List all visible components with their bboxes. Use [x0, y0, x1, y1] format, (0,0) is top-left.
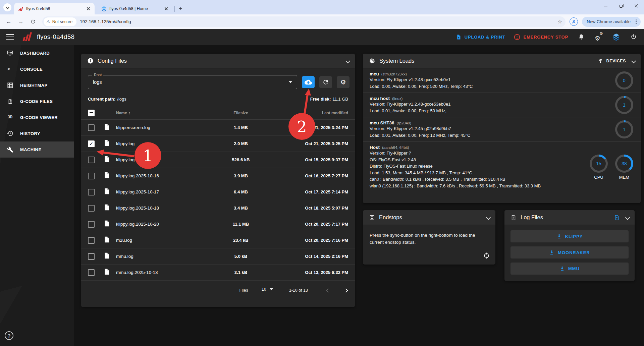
browser-tab-inactive[interactable]: flyos-0a4d58 | Home: [97, 3, 172, 14]
file-icon: [104, 172, 111, 180]
load-line: Distro: FlyOS-Fast Linux release: [370, 163, 590, 170]
per-page-select[interactable]: 10: [260, 287, 274, 294]
browser-tab-active[interactable]: flyos-0a4d58: [14, 3, 95, 14]
refresh-button[interactable]: [319, 76, 332, 88]
select-all-checkbox[interactable]: [88, 110, 95, 116]
row-checkbox[interactable]: [88, 189, 95, 195]
tab-search-button[interactable]: [3, 3, 11, 11]
table-row[interactable]: klippy.log.2025-10-17 6.4 MB Oct 17, 202…: [81, 184, 355, 200]
row-checkbox[interactable]: [88, 253, 95, 260]
tab-close-icon[interactable]: [86, 6, 91, 11]
address-bar[interactable]: ⚠ Not secure 192.168.1.125/m/#/config ☆: [42, 16, 566, 27]
free-disk: Free disk:11.1 GB: [310, 97, 348, 102]
sync-button[interactable]: [483, 252, 490, 261]
column-last-modified[interactable]: Last modified: [274, 111, 348, 115]
maximize-button[interactable]: [613, 0, 629, 12]
sidebar-item-gcode-viewer[interactable]: 3D G-CODE VIEWER: [0, 109, 74, 125]
current-path-value: /logs: [117, 97, 126, 102]
power-icon[interactable]: [629, 33, 638, 41]
help-icon[interactable]: ?: [5, 331, 13, 340]
row-checkbox[interactable]: [88, 173, 95, 179]
file-icon: [104, 124, 111, 131]
file-size: 23.4 kB: [207, 238, 274, 243]
log-file-icon: [511, 215, 517, 221]
forward-icon[interactable]: →: [15, 16, 26, 27]
file-size: 6.4 MB: [207, 189, 274, 194]
rollover-logs-icon[interactable]: [614, 215, 620, 221]
load-name: mcu host: [370, 96, 390, 101]
minimize-button[interactable]: [598, 0, 613, 12]
column-filesize[interactable]: Filesize: [207, 111, 274, 115]
table-row[interactable]: mmu.log.2025-10-13 3.1 kB Oct 13, 2025 6…: [81, 265, 355, 281]
sidebar-item-history[interactable]: HISTORY: [0, 125, 74, 141]
sidebar-item-label: MACHINE: [20, 147, 41, 152]
upload-print-button[interactable]: UPLOAD & PRINT: [456, 34, 505, 40]
endstops-header[interactable]: Endstops: [363, 210, 495, 225]
sidebar-item-machine[interactable]: MACHINE: [0, 141, 74, 158]
column-name[interactable]: Name↑: [116, 111, 207, 115]
chrome-update-chip[interactable]: New Chrome available: [582, 17, 641, 27]
panel-title: Log Files: [521, 214, 543, 221]
fluidd-layers-icon[interactable]: [612, 33, 621, 41]
emergency-stop-button[interactable]: EMERGENCY STOP: [514, 34, 568, 40]
log-download-button[interactable]: MMU: [511, 263, 629, 275]
new-tab-button[interactable]: +: [177, 5, 184, 12]
log-download-button[interactable]: MOONRAKER: [511, 246, 629, 258]
panel-title: Endstops: [379, 214, 402, 221]
config-files-header[interactable]: Config Files: [81, 54, 355, 68]
sidebar-item-heightmap[interactable]: HEIGHTMAP: [0, 77, 74, 93]
file-size: 11.1 MB: [207, 222, 274, 227]
file-icon: [104, 252, 111, 260]
file-icon: [104, 140, 111, 148]
row-checkbox[interactable]: [88, 205, 95, 212]
emergency-icon: [514, 34, 520, 40]
chevron-down-icon[interactable]: [486, 215, 491, 220]
settings-button[interactable]: ⚙: [337, 76, 350, 88]
table-row[interactable]: mmu.log 5.0 kB Oct 14, 2025 2:16 PM: [81, 248, 355, 265]
row-checkbox[interactable]: [88, 221, 95, 228]
table-row[interactable]: m2u.log 23.4 kB Oct 20, 2025 7:16 PM: [81, 232, 355, 248]
system-loads-header[interactable]: System Loads DEVICES: [363, 54, 641, 68]
menu-icon[interactable]: [6, 34, 14, 40]
devices-label: DEVICES: [606, 59, 626, 63]
notifications-bell-icon[interactable]: [577, 33, 586, 41]
upload-cloud-button[interactable]: [302, 76, 315, 88]
security-chip[interactable]: ⚠ Not secure: [44, 17, 76, 26]
sidebar-item-gcode-files[interactable]: G-CODE FILES: [0, 93, 74, 109]
row-checkbox[interactable]: [88, 269, 95, 276]
sidebar-item-console[interactable]: >_ CONSOLE: [0, 61, 74, 77]
config-files-panel: Config Files Root logs ⚙ Curr: [81, 54, 355, 307]
tab-close-icon[interactable]: [164, 6, 169, 11]
profile-avatar[interactable]: [570, 17, 578, 26]
table-row[interactable]: klippy.log.2025-10-20 11.1 MB Oct 20, 20…: [81, 216, 355, 232]
table-row[interactable]: klippy.log.2025-10-18 3.4 MB Oct 18, 202…: [81, 200, 355, 216]
gauge-value: 0: [623, 78, 626, 83]
row-checkbox[interactable]: [88, 124, 95, 131]
log-files-header[interactable]: Log Files: [504, 210, 635, 225]
row-checkbox[interactable]: [88, 237, 95, 244]
chevron-down-icon[interactable]: [345, 58, 350, 63]
back-icon[interactable]: ←: [3, 16, 14, 27]
close-button[interactable]: [629, 0, 644, 12]
sidebar-item-dashboard[interactable]: DASHBOARD: [0, 45, 74, 61]
endstops-message: Press the sync-button on the right-botto…: [370, 233, 475, 245]
chevron-down-icon[interactable]: [625, 215, 630, 220]
load-line: wlan0 (192.168.1.125) : Bandwidth: 7.6 k…: [370, 183, 590, 189]
settings-gears-icon[interactable]: ⚙⚙: [594, 33, 603, 41]
table-row[interactable]: klippy.log.2025-10-16 3.9 MB Oct 16, 202…: [81, 168, 355, 184]
bookmark-star-icon[interactable]: ☆: [557, 18, 562, 25]
log-download-button[interactable]: KLIPPY: [511, 230, 629, 242]
devices-button[interactable]: DEVICES: [598, 58, 635, 64]
root-select[interactable]: Root logs: [88, 75, 297, 89]
reload-icon[interactable]: [28, 16, 38, 27]
table-row[interactable]: ✓ klippy.log 2.0 MB Oct 21, 2025 3:25 PM: [81, 136, 355, 152]
next-page-icon[interactable]: [344, 288, 348, 293]
table-row[interactable]: klipperscreen.log 1.4 MB Oct 21, 2025 3:…: [81, 120, 355, 136]
row-checkbox[interactable]: ✓: [88, 140, 95, 147]
load-gauges: 1: [615, 120, 633, 138]
prev-page-icon[interactable]: [326, 288, 330, 293]
browser-menu-icon[interactable]: [633, 19, 639, 25]
table-row[interactable]: klippy.log.2025-10-15 528.6 kB Oct 15, 2…: [81, 152, 355, 168]
row-checkbox[interactable]: [88, 157, 95, 163]
file-modified: Oct 20, 2025 7:16 PM: [274, 238, 348, 243]
